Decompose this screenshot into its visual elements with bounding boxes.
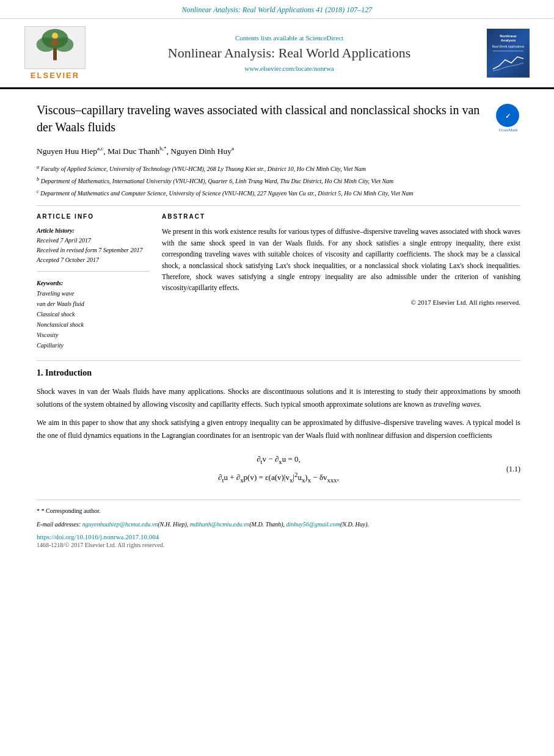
keyword-2: van der Waals fluid — [37, 299, 150, 309]
intro-para1: Shock waves in van der Waals fluids have… — [37, 385, 520, 410]
keyword-5: Viscosity — [37, 330, 150, 340]
email-pre: E-mail addresses: — [37, 521, 82, 528]
author2-name: , Mai Duc Thanh — [103, 147, 159, 156]
aff-a-sup: a — [37, 164, 39, 170]
section-name: Introduction — [45, 368, 92, 377]
accepted-date: Accepted 7 October 2017 — [37, 255, 150, 265]
svg-point-5 — [52, 33, 58, 39]
cover-divider — [493, 51, 523, 51]
two-col-section: ARTICLE INFO Article history: Received 7… — [37, 213, 520, 351]
cover-image: NonlinearAnalysis Real World Application… — [487, 29, 530, 78]
author3-name: , Nguyen Dinh Huy — [166, 147, 231, 156]
section-title: 1. Introduction — [37, 368, 520, 378]
abstract-text: We present in this work existence result… — [162, 226, 520, 293]
svg-rect-4 — [53, 48, 57, 60]
equation-block: ∂tv − ∂xu = 0, ∂tu + ∂xp(v) = ε(a(v)|vx|… — [37, 451, 520, 487]
email3-link[interactable]: dinhuy56@gmail.com — [286, 521, 340, 528]
footer-section: * * Corresponding author. E-mail address… — [37, 500, 520, 548]
page-wrapper: Nonlinear Analysis: Real World Applicati… — [0, 0, 554, 756]
divider-1 — [37, 205, 520, 206]
article-info-header: ARTICLE INFO — [37, 213, 150, 220]
history-label: Article history: — [37, 226, 150, 236]
received-date: Received 7 April 2017 — [37, 236, 150, 245]
author3-sup: a — [231, 145, 234, 151]
crossmark-label: CrossMark — [496, 128, 520, 133]
main-content: Viscous–capillary traveling waves associ… — [0, 89, 554, 561]
keywords-section: Keywords: Traveling wave van der Waals f… — [37, 278, 150, 351]
paper-title: Viscous–capillary traveling waves associ… — [37, 101, 490, 136]
journal-title-header: Nonlinear Analysis: Real World Applicati… — [98, 45, 481, 61]
email2-author: (M.D. Thanh), — [249, 521, 286, 528]
corresponding-text: * Corresponding author. — [42, 507, 101, 514]
journal-header: ELSEVIER Contents lists available at Sci… — [0, 19, 554, 89]
affiliation-a: a Faculty of Applied Science, University… — [37, 164, 520, 173]
aff-c-text: Department of Mathematics and Computer S… — [40, 190, 413, 197]
aff-b-text: Department of Mathematics, International… — [41, 178, 394, 184]
aff-c-sup: c — [37, 189, 39, 194]
email2-link[interactable]: mdthanh@hcmiu.edu.vn — [190, 521, 250, 528]
sciencedirect-pre: Contents lists available at — [235, 34, 305, 42]
divider-2 — [37, 360, 520, 361]
email1-author: (N.H. Hiep), — [158, 521, 190, 528]
svg-rect-6 — [53, 38, 57, 46]
email3-author: (N.D. Huy). — [340, 521, 369, 528]
author1-name: Nguyen Huu Hiep — [37, 147, 97, 156]
affiliations: a Faculty of Applied Science, University… — [37, 164, 520, 198]
abstract-header: ABSTRACT — [162, 213, 520, 220]
cover-chart — [493, 54, 523, 72]
title-row: Viscous–capillary traveling waves associ… — [37, 101, 520, 145]
aff-a-text: Faculty of Applied Science, University o… — [41, 165, 366, 172]
email-addresses: E-mail addresses: nguyenhuuhiep@hcmut.ed… — [37, 520, 520, 529]
top-bar: Nonlinear Analysis: Real World Applicati… — [0, 0, 554, 19]
equation-line2: ∂tu + ∂xp(v) = ε(a(v)|vx|2ux)x − δvxxx, — [218, 468, 339, 487]
author1-sup: a,c — [97, 145, 103, 151]
keyword-6: Capillarity — [37, 340, 150, 351]
affiliation-b: b Department of Mathematics, Internation… — [37, 176, 520, 186]
article-history: Article history: Received 7 April 2017 R… — [37, 226, 150, 272]
keyword-1: Traveling wave — [37, 288, 150, 299]
svg-text:✓: ✓ — [505, 112, 511, 120]
abstract-column: ABSTRACT We present in this work existen… — [162, 213, 520, 351]
section-number: 1. — [37, 368, 43, 377]
copyright-text: © 2017 Elsevier Ltd. All rights reserved… — [162, 299, 520, 306]
journal-url: www.elsevier.com/locate/nonrwa — [98, 65, 481, 72]
elsevier-text-label: ELSEVIER — [31, 71, 79, 80]
sciencedirect-anchor[interactable]: ScienceDirect — [305, 34, 343, 42]
equation-number: (1.1) — [506, 465, 520, 474]
cover-title: NonlinearAnalysis — [500, 34, 517, 43]
authors-line: Nguyen Huu Hiepa,c, Mai Duc Thanhb,*, Ng… — [37, 145, 520, 156]
email1-link[interactable]: nguyenhuuhiep@hcmut.edu.vn — [82, 521, 158, 528]
keyword-3: Classical shock — [37, 309, 150, 319]
crossmark-icon: ✓ — [496, 104, 519, 127]
equation-content: ∂tv − ∂xu = 0, ∂tu + ∂xp(v) = ε(a(v)|vx|… — [218, 451, 339, 487]
issn-text: 1468-1218/© 2017 Elsevier Ltd. All right… — [37, 542, 520, 548]
traveling-waves-em: traveling waves. — [434, 400, 482, 409]
intro-para2: We aim in this paper to show that any sh… — [37, 416, 520, 442]
elsevier-logo-image — [24, 26, 86, 69]
keywords-label: Keywords: — [37, 278, 150, 288]
doi-link[interactable]: https://doi.org/10.1016/j.nonrwa.2017.10… — [37, 533, 520, 540]
sciencedirect-link: Contents lists available at ScienceDirec… — [98, 34, 481, 42]
journal-reference: Nonlinear Analysis: Real World Applicati… — [182, 5, 372, 14]
keyword-4: Nonclassical shock — [37, 319, 150, 330]
affiliation-c: c Department of Mathematics and Computer… — [37, 188, 520, 198]
corresponding-footnote: * * Corresponding author. — [37, 506, 520, 516]
journal-cover: NonlinearAnalysis Real World Application… — [487, 29, 536, 78]
journal-center: Contents lists available at ScienceDirec… — [98, 34, 481, 72]
article-info-column: ARTICLE INFO Article history: Received 7… — [37, 213, 150, 351]
eq-partial-t-u: ∂tu + ∂xp(v) = ε(a(v)|vx|2ux)x − δvxxx, — [218, 468, 339, 487]
corresponding-star: * — [37, 507, 42, 514]
cover-subtitle: Real World Applications — [492, 45, 525, 48]
introduction-section: 1. Introduction Shock waves in van der W… — [37, 368, 520, 442]
aff-b-sup: b — [37, 176, 39, 182]
equation-line1: ∂tv − ∂xu = 0, — [218, 451, 339, 468]
crossmark: ✓ CrossMark — [496, 104, 520, 128]
revised-date: Received in revised form 7 September 201… — [37, 245, 150, 255]
eq-partial-t-v: ∂tv − ∂xu = 0, — [257, 451, 301, 468]
author2-sup: b,* — [159, 145, 166, 151]
elsevier-logo: ELSEVIER — [18, 26, 92, 80]
